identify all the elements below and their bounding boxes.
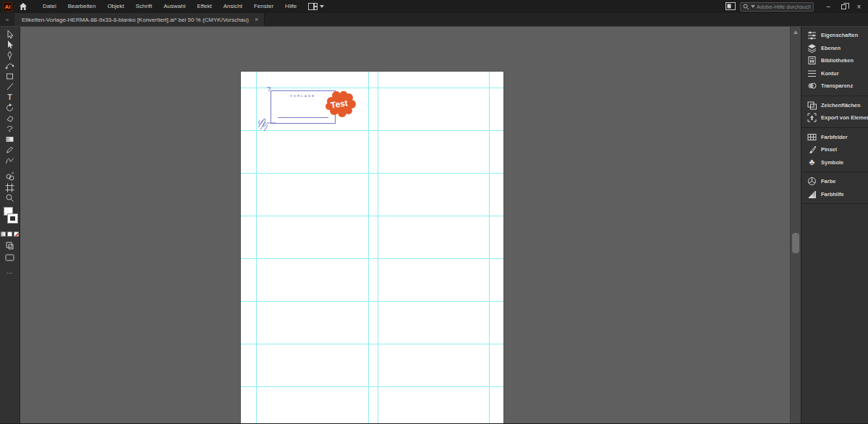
- panel-bibliotheken[interactable]: Bibliotheken: [801, 54, 868, 67]
- dock-separator: [801, 203, 868, 204]
- color-icon: [807, 177, 817, 186]
- panel-farbhilfe[interactable]: Farbhilfe: [801, 188, 868, 201]
- lasso-tool[interactable]: [1, 124, 19, 135]
- guide-horizontal[interactable]: [241, 258, 503, 259]
- test-stamp[interactable]: Test: [325, 91, 358, 119]
- panel-zeichenflaechen[interactable]: Zeichenflächen: [801, 99, 868, 112]
- document-tab-bar: « Etiketten-Vorlage-HERMA-88-9x33-8-blan…: [0, 13, 868, 27]
- transparency-icon: [807, 81, 817, 90]
- tools-panel: T: [0, 27, 20, 423]
- menu-objekt[interactable]: Objekt: [101, 0, 129, 13]
- type-tool[interactable]: T: [1, 92, 19, 103]
- menu-bearbeiten[interactable]: Bearbeiten: [62, 0, 102, 13]
- workspace-layout-icon: [308, 3, 318, 10]
- menu-auswahl[interactable]: Auswahl: [158, 0, 191, 13]
- gradient-tool[interactable]: [1, 134, 19, 145]
- panel-transparenz[interactable]: Transparenz: [801, 80, 868, 93]
- search-scope-caret-icon[interactable]: [751, 5, 755, 8]
- guide-vertical[interactable]: [378, 72, 378, 423]
- guide-vertical[interactable]: [368, 72, 369, 423]
- stroke-color-swatch[interactable]: [8, 214, 17, 223]
- width-tool[interactable]: [1, 155, 19, 166]
- direct-selection-tool[interactable]: [1, 40, 19, 51]
- panel-eigenschaften[interactable]: Eigenschaften: [801, 29, 868, 42]
- title-bar: Ai Datei Bearbeiten Objekt Schrift Auswa…: [0, 0, 868, 13]
- titlebar-right: − ×: [726, 0, 868, 13]
- panel-symbole[interactable]: ♣ Symbole: [801, 156, 868, 169]
- shape-builder-tool[interactable]: [1, 172, 19, 183]
- color-guide-icon: [807, 190, 817, 199]
- scroll-up-icon[interactable]: [793, 30, 798, 34]
- guide-horizontal[interactable]: [241, 344, 503, 344]
- restore-icon: [841, 4, 846, 9]
- guide-horizontal[interactable]: [241, 130, 503, 131]
- color-button[interactable]: [1, 232, 6, 237]
- menu-schrift[interactable]: Schrift: [130, 0, 158, 13]
- menu-datei[interactable]: Datei: [37, 0, 62, 13]
- arrange-documents-icon[interactable]: [726, 0, 736, 13]
- drawing-mode-button[interactable]: [1, 240, 19, 251]
- panel-ebenen[interactable]: Ebenen: [801, 42, 868, 55]
- workspace-switcher[interactable]: [308, 3, 324, 10]
- edit-toolbar-button[interactable]: …: [7, 268, 14, 275]
- curvature-tool[interactable]: [1, 61, 19, 72]
- panel-pinsel[interactable]: Pinsel: [801, 143, 868, 156]
- eraser-tool[interactable]: [1, 113, 19, 124]
- gradient-button[interactable]: [7, 232, 12, 237]
- menu-hilfe[interactable]: Hilfe: [279, 0, 302, 13]
- panel-export-von-element[interactable]: Export von Element: [801, 111, 868, 124]
- panel-farbe[interactable]: Farbe: [801, 175, 868, 188]
- guide-horizontal[interactable]: [241, 386, 503, 387]
- artboards-icon: [807, 101, 817, 110]
- document-tab[interactable]: Etiketten-Vorlage-HERMA-88-9x33-8-blanko…: [14, 13, 265, 26]
- zoom-tool[interactable]: [1, 193, 19, 204]
- artboard-tool[interactable]: [1, 182, 19, 193]
- chevron-down-icon: [320, 5, 324, 8]
- properties-icon: [807, 30, 817, 40]
- minimize-button[interactable]: −: [821, 0, 836, 13]
- line-segment-tool[interactable]: [1, 82, 19, 93]
- restore-button[interactable]: [836, 0, 851, 13]
- guide-vertical[interactable]: [489, 72, 490, 423]
- pen-tool[interactable]: [1, 50, 19, 61]
- guide-horizontal[interactable]: [241, 173, 503, 174]
- none-button[interactable]: [14, 232, 19, 237]
- brushes-icon: [807, 145, 817, 154]
- dock-separator: [801, 96, 868, 96]
- swatches-icon: [807, 132, 817, 142]
- rectangle-tool[interactable]: [1, 71, 19, 82]
- asset-export-icon: [807, 113, 817, 122]
- help-search-box[interactable]: [740, 2, 814, 12]
- menu-fenster[interactable]: Fenster: [248, 0, 279, 13]
- vorlage-text[interactable]: VORLAGE: [290, 94, 315, 98]
- panel-dock: Eigenschaften Ebenen Bibliotheken Kontur…: [801, 27, 868, 423]
- guide-horizontal[interactable]: [241, 301, 503, 302]
- search-input[interactable]: [757, 4, 811, 10]
- vertical-scrollbar[interactable]: [790, 27, 801, 423]
- dock-separator: [801, 127, 868, 128]
- guide-horizontal[interactable]: [241, 216, 503, 216]
- scrollbar-thumb[interactable]: [792, 233, 799, 253]
- menu-effekt[interactable]: Effekt: [191, 0, 217, 13]
- collapse-panel-icon[interactable]: «: [0, 13, 14, 26]
- artboard[interactable]: VORLAGE Test: [241, 72, 503, 423]
- menu-bar: Datei Bearbeiten Objekt Schrift Auswahl …: [37, 0, 302, 13]
- close-button[interactable]: ×: [851, 0, 867, 13]
- home-icon[interactable]: [19, 2, 27, 11]
- menu-ansicht[interactable]: Ansicht: [218, 0, 248, 13]
- guide-horizontal[interactable]: [241, 88, 503, 88]
- rotate-tool[interactable]: [1, 103, 19, 114]
- pencil-tool[interactable]: [1, 145, 19, 156]
- dock-separator: [801, 171, 868, 172]
- canvas[interactable]: VORLAGE Test: [20, 27, 790, 423]
- selection-tool[interactable]: [1, 29, 19, 40]
- stroke-icon: [807, 69, 817, 78]
- screen-mode-button[interactable]: [1, 253, 19, 264]
- tab-close-icon[interactable]: ×: [255, 17, 258, 23]
- window-controls: − ×: [821, 0, 867, 13]
- panel-farbfelder[interactable]: Farbfelder: [801, 131, 868, 144]
- label-rule-line[interactable]: [278, 117, 328, 118]
- fill-stroke-indicator[interactable]: [1, 206, 19, 228]
- panel-kontur[interactable]: Kontur: [801, 67, 868, 80]
- scribble-decoration[interactable]: [257, 107, 278, 132]
